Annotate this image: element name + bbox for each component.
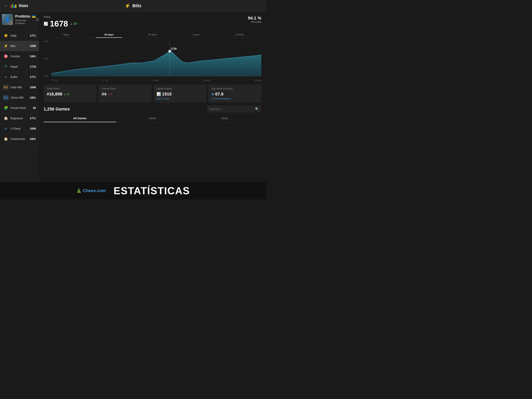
avatar-image: 👤 bbox=[2, 14, 13, 25]
tab-90days[interactable]: 90 days bbox=[131, 32, 174, 38]
compare-icon[interactable]: ⚖ bbox=[36, 17, 39, 22]
friends-rank-card: Friends Rank #4 ▼ 1 bbox=[99, 84, 152, 103]
tab-all-games[interactable]: All Games bbox=[44, 115, 116, 122]
x-label-2aug: 2 Aug bbox=[153, 79, 158, 83]
sidebar-item-daily[interactable]: ☀️ Daily 1771 bbox=[0, 31, 39, 41]
sidebar-item-rapid[interactable]: ⏱ Rapid 1719 bbox=[0, 62, 39, 72]
percentile-value: 94.1 % bbox=[248, 16, 261, 21]
games-header: 1,256 Games 🔍 bbox=[44, 106, 261, 112]
games-count: 1,256 Games bbox=[44, 107, 70, 112]
profile-username: Alexander Protikhin bbox=[15, 19, 36, 25]
back-button[interactable]: ← bbox=[4, 3, 8, 8]
tab-alltime[interactable]: All time bbox=[218, 32, 261, 38]
global-rank-label: Global Rank bbox=[47, 87, 94, 90]
tab-1year[interactable]: 1 year bbox=[174, 32, 218, 38]
profile-bar: 👤 Protikhin 🇺🇦 Alexander Protikhin ⚖ bbox=[2, 14, 37, 25]
sidebar-item-chess960[interactable]: 960 Chess 960 1801 bbox=[0, 93, 39, 103]
friends-rank-value: #4 ▼ 1 bbox=[102, 91, 148, 97]
stats-icon bbox=[11, 4, 16, 8]
sidebar-item-puzzlerush[interactable]: 🧩 Puzzle Rush 35 bbox=[0, 103, 39, 113]
app-header: ← Stats ⚡ Blitz bbox=[0, 0, 266, 12]
opponent-search[interactable]: 🔍 bbox=[207, 106, 261, 112]
chart-svg: 1729 bbox=[51, 40, 261, 76]
daily960-icon: 960 bbox=[3, 84, 9, 90]
friends-rank-label: Friends Rank bbox=[102, 87, 148, 90]
sidebar-rating-daily: 1771 bbox=[30, 34, 36, 37]
sidebar-label-bullet: Bullet bbox=[11, 75, 30, 78]
tab-30days[interactable]: 30 days bbox=[87, 32, 131, 38]
x-label-20aug: 20 Aug bbox=[255, 79, 261, 83]
x-label-21jul: 21 Jul bbox=[51, 79, 57, 83]
sidebar-label-puzzles: Puzzles bbox=[11, 55, 30, 58]
y-label-1739: 1739 bbox=[44, 58, 48, 60]
chess-logo-text: Chess.com bbox=[83, 188, 106, 193]
3check-icon: 3+ bbox=[3, 126, 9, 131]
highest-rating-label: Highest Rating bbox=[157, 87, 203, 90]
y-label-1673: 1673 bbox=[44, 75, 48, 77]
rapid-icon: ⏱ bbox=[3, 64, 9, 69]
search-input[interactable] bbox=[209, 108, 253, 110]
global-rank-number: #16,898 bbox=[47, 91, 62, 97]
sidebar-item-bughouse[interactable]: 🏠 Bughouse 1771 bbox=[0, 113, 39, 123]
sidebar-rating-bughouse: 1771 bbox=[30, 117, 36, 120]
friends-rank-change: ▼ 1 bbox=[108, 93, 112, 96]
sidebar-rating-3check: 1699 bbox=[30, 127, 36, 130]
accuracy-label: Avg. Move Accuracy bbox=[211, 87, 258, 90]
blitz-icon-sidebar: ⚡ bbox=[3, 43, 9, 49]
header-center: ⚡ Blitz bbox=[43, 3, 223, 9]
sidebar-label-puzzlerush: Puzzle Rush bbox=[11, 106, 33, 109]
profile-name: Protikhin 🇺🇦 bbox=[15, 14, 36, 19]
global-rank-value: #16,898 ▲ 12 bbox=[47, 91, 94, 97]
sidebar-profile: 👤 Protikhin 🇺🇦 Alexander Protikhin ⚖ bbox=[0, 12, 39, 31]
change-arrow: ▲ bbox=[70, 22, 73, 25]
rating-change: ▲ 19 bbox=[70, 22, 77, 26]
svg-point-4 bbox=[169, 50, 171, 52]
footer-title: ESTATÍSTICAS bbox=[114, 185, 190, 197]
rating-row: 📈 1678 ▲ 19 bbox=[44, 19, 77, 28]
tab-7days[interactable]: 7 days bbox=[44, 32, 87, 38]
chess960-icon: 960 bbox=[3, 95, 9, 100]
sidebar-item-bullet[interactable]: ➤ Bullet 1771 bbox=[0, 72, 39, 82]
sidebar-label-crazyhouse: Crazyhouse bbox=[11, 137, 30, 141]
sidebar-rating-rapid: 1719 bbox=[30, 65, 36, 68]
y-label-1805: 1805 bbox=[44, 40, 48, 42]
chess-pawn-icon: ♟ bbox=[76, 187, 82, 194]
accuracy-value: ⊕ 67.6 bbox=[211, 91, 258, 97]
sidebar-rating-puzzlerush: 35 bbox=[33, 106, 36, 109]
tab-black[interactable]: Black bbox=[189, 115, 261, 122]
chart-x-axis: 21 Jul 27 Jul 2 Aug 14 Aug 20 Aug bbox=[51, 79, 261, 83]
sidebar-rating-puzzles: 1801 bbox=[30, 55, 36, 58]
highest-rating-date: Sep 14, 2019 bbox=[157, 97, 203, 100]
sidebar-label-blitz: Blitz bbox=[11, 45, 30, 48]
bughouse-icon: 🏠 bbox=[3, 116, 9, 121]
sidebar-label-chess960: Chess 960 bbox=[11, 96, 30, 99]
sidebar-item-puzzles[interactable]: 🎯 Puzzles 1801 bbox=[0, 51, 39, 62]
sidebar-rating-crazyhouse: 1801 bbox=[30, 137, 36, 141]
stats-cards: Global Rank #16,898 ▲ 12 Friends Rank #4… bbox=[44, 84, 261, 103]
highest-rating-icon: 📊 bbox=[157, 92, 161, 96]
tab-white[interactable]: White bbox=[116, 115, 189, 122]
sidebar-item-crazyhouse[interactable]: 🏠 Crazyhouse 1801 bbox=[0, 134, 39, 144]
crazyhouse-icon: 🏠 bbox=[3, 136, 9, 142]
sidebar-label-daily: Daily bbox=[11, 34, 30, 37]
rating-main: Rating 📈 1678 ▲ 19 bbox=[44, 16, 77, 28]
sidebar-item-blitz[interactable]: ⚡ Blitz 1699 bbox=[0, 41, 39, 51]
bar4 bbox=[15, 5, 16, 8]
sidebar-rating-bullet: 1771 bbox=[30, 75, 36, 78]
rating-trend-icon: 📈 bbox=[44, 22, 48, 26]
chart-y-axis: 1805 1739 1673 bbox=[44, 40, 48, 77]
rating-label: Rating bbox=[44, 16, 51, 18]
bar1 bbox=[11, 5, 12, 8]
sidebar-label-daily960: Daily 960 bbox=[11, 86, 30, 89]
sidebar-item-daily960[interactable]: 960 Daily 960 1699 bbox=[0, 82, 39, 93]
sidebar-label-bughouse: Bughouse bbox=[11, 117, 30, 120]
percentile-area: 94.1 % Percentile bbox=[248, 16, 261, 23]
content-area: Rating 📈 1678 ▲ 19 94.1 % Percentile 7 d… bbox=[39, 12, 266, 182]
global-rank-card: Global Rank #16,898 ▲ 12 bbox=[44, 84, 97, 103]
rating-value: 1678 bbox=[50, 19, 68, 28]
footer: ♟ Chess.com ESTATÍSTICAS bbox=[0, 182, 266, 200]
percentile-label: Percentile bbox=[248, 21, 261, 23]
sidebar-label-3check: 3 Check bbox=[11, 127, 30, 130]
daily-icon: ☀️ bbox=[3, 33, 9, 38]
sidebar-item-3check[interactable]: 3+ 3 Check 1699 bbox=[0, 123, 39, 134]
